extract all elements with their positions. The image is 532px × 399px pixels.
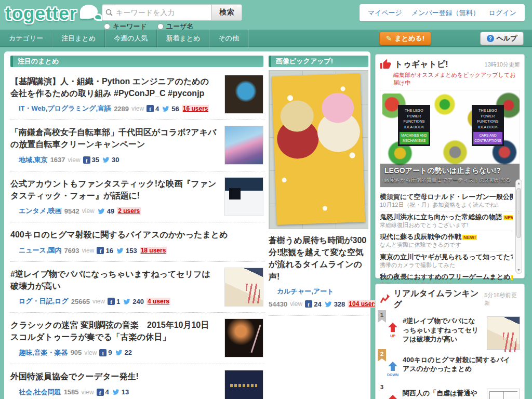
category-links[interactable]: 社会,社会問題 — [19, 388, 61, 397]
featured-item[interactable]: クラシックの迷宮 変則調弦の音楽 2015年10月10日 スコルダトゥーラが奏で… — [10, 313, 264, 364]
users-badge[interactable]: 18 users — [140, 247, 167, 254]
twitter-count: 328 — [334, 300, 345, 308]
search-icon — [102, 5, 116, 20]
togyatopi-item-title[interactable]: 横須賀にて空母ロナルド・レーガン一般公開NEW! — [380, 193, 513, 201]
users-badge[interactable]: 2 users — [117, 207, 141, 215]
ranking-item-title[interactable]: 400キロのヒグマ射殺に関するバイアスのかかったまとめ — [403, 355, 513, 374]
featured-item-thumbnail[interactable] — [224, 126, 263, 165]
category-links[interactable]: エンタメ,映画 — [19, 206, 62, 216]
logo-text: togetter — [5, 3, 77, 24]
featured-item-thumbnail[interactable] — [224, 318, 263, 357]
togyatopi-item[interactable]: 鬼怒川洪水に立ち向かった常総線の物語NEW! 常総線復旧おめでとうございます! — [380, 211, 513, 231]
scroll-up-arrow[interactable]: ▲ — [516, 181, 522, 185]
search-input[interactable] — [116, 5, 211, 20]
featured-item-title[interactable]: 400キロのヒグマ射殺に関するバイアスのかかったまとめ — [10, 229, 260, 241]
rank-direction-label: UP — [387, 334, 398, 338]
search-button[interactable]: 検索 — [211, 5, 242, 20]
twitter-icon — [324, 301, 332, 308]
search-bar: 検索 — [102, 4, 242, 21]
scrollbar-thumb[interactable] — [516, 188, 521, 238]
user-links-box: マイページメンバー登録（無料）ログイン — [360, 4, 525, 21]
rank-ribbon: 2 — [378, 349, 386, 362]
togyatopi-item[interactable]: 現代に蘇る戊辰戦争の作戦NEW! なんと実際に体験できるのです — [380, 231, 513, 251]
category-links[interactable]: 趣味,音楽・楽器 — [19, 348, 68, 357]
ranking-item-title[interactable]: 関西人の「自虐は普通やしむしろオイシイ」という感覚は東京では通用しないらしい — [403, 389, 482, 399]
lego-book-subtitle: CARS AND CONTRAPTIONS — [473, 132, 502, 144]
view-label: view — [131, 105, 144, 112]
featured-item-thumbnail[interactable] — [224, 75, 263, 114]
radio-keyword-dot[interactable] — [104, 23, 110, 30]
togyatopi-header: トゥギャトピ! 13時10分更新 — [376, 55, 524, 70]
list-scrollbar[interactable]: ▲ ▼ — [515, 179, 522, 274]
featured-list: 【基調講演】人・組織・Python エンジニアのための会社を作るための取り組み … — [10, 69, 264, 399]
users-badge[interactable]: 16 users — [182, 105, 209, 112]
ranking-item-thumbnail[interactable] — [487, 389, 520, 399]
facebook-count: 1 — [116, 298, 120, 305]
togyatopi-item-title[interactable]: 東京の立川でヤギが見られるって知ってた?NEW! — [380, 253, 513, 261]
featured-item-title[interactable]: #逆レイプ物でパパになっちゃいますねってセリフは破壊力が高い — [10, 269, 217, 292]
user-link[interactable]: ログイン — [489, 8, 516, 18]
togyatopi-item-title[interactable]: 現代に蘇る戊辰戦争の作戦NEW! — [380, 233, 513, 241]
featured-item[interactable]: 【基調講演】人・組織・Python エンジニアのための会社を作るための取り組み … — [10, 69, 264, 120]
lego-book-subtitle: MACHINES AND MECHANISMS — [400, 132, 429, 144]
featured-item-title[interactable]: 「南鎌倉高校女子自転車部」千代田区がコラボ?アキバの放置自転車クリーンキャンペー… — [10, 127, 217, 150]
ranking-item[interactable]: 3 UP 関西人の「自虐は普通やしむしろオイシイ」という感覚は東京では通用しない… — [376, 382, 524, 399]
twitter-count: 30 — [112, 156, 119, 164]
users-badge[interactable]: 104 users — [348, 300, 378, 308]
togyatopi-item[interactable]: 横須賀にて空母ロナルド・レーガン一般公開NEW! 10月12日（祝・月）参加資格… — [380, 191, 513, 211]
togyatopi-item-title[interactable]: 秋の夜長におすすめのフリーゲームまとめNEW! — [380, 273, 513, 281]
category-links[interactable]: 地域,東京 — [19, 155, 48, 165]
facebook-icon: f — [97, 247, 104, 254]
user-link[interactable]: マイページ — [368, 8, 402, 18]
user-link[interactable]: メンバー登録（無料） — [411, 8, 480, 18]
matomeru-button[interactable]: ✎ まとめる! — [379, 32, 431, 45]
category-links[interactable]: ログ・日記,ログ — [19, 297, 69, 306]
featured-item-thumbnail[interactable] — [224, 268, 263, 307]
togyatopi-subtitle: 編集部がオススメまとめをピックアップしてお届け中 — [376, 70, 524, 89]
togyatopi-item-text: 現代に蘇る戊辰戦争の作戦 — [380, 233, 461, 241]
togyatopi-item[interactable]: 東京の立川でヤギが見られるって知ってた?NEW! 携帯のカメラで撮影してみた — [380, 251, 513, 271]
pickup-column: 画像ピックアップ! 蒼樹うめ展待ち時間が300分!悲観を越えて変な空気が流れるタ… — [269, 66, 368, 399]
character-blonde — [280, 100, 314, 132]
category-links[interactable]: IT・Web,プログラミング,言語 — [19, 104, 111, 113]
togetter-logo[interactable]: togetter — [5, 3, 102, 24]
featured-item-title[interactable]: 公式アカウントもファンタスティック!な映画『ファンタスティック・フォー』が話題に… — [10, 178, 217, 202]
category-links[interactable]: ニュース,国内 — [19, 246, 62, 255]
nav-item[interactable]: 新着まとめ — [157, 30, 209, 47]
featured-item[interactable]: 外国特派員協会でクーデター発生! 社会,社会問題 1585 view f4 13 — [10, 364, 264, 399]
users-badge[interactable]: 4 users — [147, 298, 170, 305]
realtime-ranking-card: リアルタイムランキング 5分16秒前更新 1 UP #逆レイプ物でパパになっちゃ… — [375, 284, 525, 399]
nav-item[interactable]: カテゴリー — [0, 30, 52, 47]
featured-item[interactable]: 公式アカウントもファンタスティック!な映画『ファンタスティック・フォー』が話題に… — [10, 171, 264, 222]
featured-item[interactable]: 400キロのヒグマ射殺に関するバイアスのかかったまとめ ニュース,国内 7693… — [10, 222, 264, 262]
featured-item-thumbnail[interactable] — [224, 370, 263, 399]
togyatopi-item-title[interactable]: 鬼怒川洪水に立ち向かった常総線の物語NEW! — [380, 213, 513, 221]
nav-item[interactable]: 今週の人気 — [105, 30, 157, 47]
facebook-icon: f — [108, 298, 115, 305]
help-button[interactable]: ? ヘルプ — [480, 32, 524, 45]
category-links[interactable]: カルチャー,アート — [277, 287, 334, 295]
featured-item[interactable]: #逆レイプ物でパパになっちゃいますねってセリフは破壊力が高い ログ・日記,ログ … — [10, 262, 264, 313]
pencil-icon: ✎ — [386, 34, 392, 43]
ranking-item[interactable]: 2 DOWN 400キロのヒグマ射殺に関するバイアスのかかったまとめ — [376, 349, 524, 382]
featured-item-title[interactable]: クラシックの迷宮 変則調弦の音楽 2015年10月10日 スコルダトゥーラが奏で… — [10, 320, 217, 343]
lego-banner[interactable]: THE LEGO POWER FUNCTIONS IDEA BOOK MACHI… — [380, 90, 520, 188]
pickup-item-title[interactable]: 蒼樹うめ展待ち時間が300分!悲観を越えて変な空気が流れるタイムラインの声! — [269, 234, 368, 283]
ranking-item-title[interactable]: #逆レイプ物でパパになっちゃいますねってセリフは破壊力が高い — [403, 316, 482, 344]
ranking-item[interactable]: 1 UP #逆レイプ物でパパになっちゃいますねってセリフは破壊力が高い — [376, 310, 524, 349]
featured-item-thumbnail[interactable] — [224, 177, 263, 216]
togyatopi-card: トゥギャトピ! 13時10分更新 編集部がオススメまとめをピックアップしてお届け… — [375, 54, 525, 278]
featured-item-title[interactable]: 外国特派員協会でクーデター発生! — [10, 371, 217, 383]
nav-item[interactable]: 注目まとめ — [52, 30, 105, 47]
ranking-item-thumbnail[interactable] — [487, 316, 520, 350]
view-label: view — [84, 349, 97, 356]
featured-item[interactable]: 「南鎌倉高校女子自転車部」千代田区がコラボ?アキバの放置自転車クリーンキャンペー… — [10, 120, 264, 171]
radio-username-dot[interactable] — [157, 23, 164, 30]
nav-item[interactable]: その他 — [209, 30, 248, 47]
rank-direction-label: DOWN — [387, 373, 398, 377]
scroll-down-arrow[interactable]: ▼ — [516, 268, 522, 272]
featured-item-title[interactable]: 【基調講演】人・組織・Python エンジニアのための会社を作るための取り組み … — [10, 76, 217, 99]
twitter-count: 49 — [107, 207, 114, 215]
pickup-image[interactable] — [269, 70, 368, 229]
togyatopi-item-desc: 携帯のカメラで撮影してみた — [380, 261, 513, 269]
